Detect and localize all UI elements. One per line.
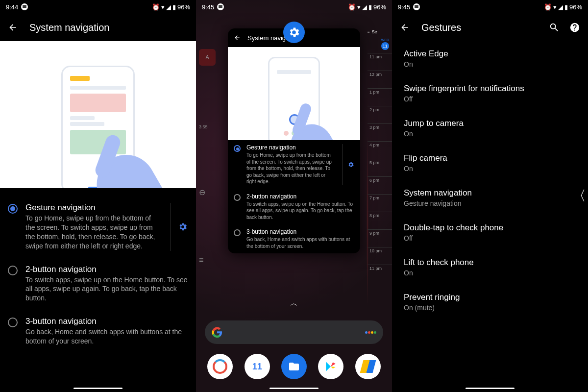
gesture-item-title: Active Edge [404, 49, 576, 59]
gestures-list: Active Edge OnSwipe fingerprint for noti… [392, 41, 588, 392]
gesture-item[interactable]: Double-tap to check phone Off [392, 215, 588, 250]
nav-option[interactable]: 3-button navigation Go back, Home and sw… [228, 224, 360, 253]
option-title: Gesture navigation [25, 203, 159, 213]
search-bar[interactable] [205, 320, 383, 344]
app-icon-calendar[interactable]: 11 [245, 354, 270, 379]
search-icon[interactable] [549, 22, 560, 33]
battery-percent: 96% [177, 3, 190, 11]
recents-prev-app-strip[interactable]: A 3:55 ⊖ ≡ [196, 44, 225, 270]
app-icon-play-store[interactable] [318, 354, 343, 379]
option-desc: To go Home, swipe up from the bottom of … [246, 152, 333, 185]
screen-recents-overview: 9:45 ⏰ ▾ ◢ ▮ 96% A 3:55 ⊖ ≡ ≡ Se WED 11 … [196, 0, 392, 392]
option-body: 3-button navigation Go back, Home and sw… [25, 317, 188, 346]
gesture-item-title: Flip camera [404, 153, 576, 163]
option-title: 2-button navigation [246, 193, 354, 200]
app-bar: System navigation [0, 14, 196, 41]
option-desc: Go back, Home and switch apps with butto… [25, 327, 188, 346]
radio-button[interactable] [234, 145, 241, 152]
gesture-item[interactable]: System navigation Gesture navigation [392, 180, 588, 215]
gesture-item[interactable]: Jump to camera On [392, 111, 588, 146]
calendar-hour: 3 pm [368, 123, 392, 141]
card-navigation-options: Gesture navigation To go Home, swipe up … [228, 140, 360, 253]
status-time: 9:45 [398, 3, 410, 11]
gesture-item-value: On [404, 269, 576, 277]
gesture-item-value: Off [404, 95, 576, 103]
alarm-icon: ⏰ [152, 3, 160, 11]
option-desc: To switch apps, swipe up on the Home but… [246, 201, 354, 221]
home-indicator[interactable] [74, 388, 122, 389]
calendar-day-badge: WED 11 [381, 38, 389, 50]
option-settings-button[interactable] [343, 144, 354, 185]
gesture-illustration [0, 41, 196, 188]
page-title: System navigation [29, 22, 109, 33]
calendar-hour: 8 pm [368, 212, 392, 229]
gesture-item[interactable]: Flip camera On [392, 146, 588, 180]
gesture-item-value: On [404, 130, 576, 138]
gesture-item-value: Gesture navigation [404, 199, 576, 207]
gesture-item-value: On [404, 165, 576, 172]
radio-button[interactable] [234, 229, 241, 236]
wifi-icon: ▾ [357, 3, 361, 11]
option-title: 3-button navigation [246, 228, 354, 235]
calendar-hours[interactable]: 11 am12 pm1 pm2 pm3 pm4 pm5 pm6 pm7 pm8 … [368, 53, 392, 282]
radio-button[interactable] [8, 318, 18, 327]
calendar-peek-header[interactable]: ≡ Se [368, 29, 392, 34]
status-bar: 9:45 ⏰ ▾ ◢ ▮ 96% [196, 0, 392, 14]
chevron-up-icon[interactable]: ︿ [290, 298, 298, 309]
recents-card-settings[interactable]: System navigation Gesture navigation To … [228, 28, 360, 253]
gesture-item[interactable]: Active Edge On [392, 41, 588, 76]
nav-option[interactable]: Gesture navigation To go Home, swipe up … [228, 140, 360, 189]
app-icon-adsense[interactable] [355, 354, 381, 379]
option-body: Gesture navigation To go Home, swipe up … [246, 144, 333, 185]
gesture-item-title: Lift to check phone [404, 258, 576, 268]
home-indicator[interactable] [466, 388, 514, 389]
back-arrow-icon[interactable] [400, 23, 410, 32]
gesture-item-title: Jump to camera [404, 119, 576, 128]
nav-option[interactable]: 2-button navigation To switch apps, swip… [228, 189, 360, 225]
option-body: 3-button navigation Go back, Home and sw… [246, 228, 354, 249]
side-back-caret[interactable]: 〈 [572, 187, 586, 205]
radio-button[interactable] [8, 204, 18, 214]
calendar-hour: 11 pm [368, 265, 392, 282]
favorites-row: 11 [196, 354, 392, 379]
signal-icon: ◢ [166, 3, 171, 11]
status-time: 9:45 [202, 3, 214, 11]
back-arrow-icon[interactable] [234, 34, 241, 41]
option-settings-button[interactable] [171, 203, 188, 251]
signal-icon: ◢ [362, 3, 367, 11]
alarm-icon: ⏰ [348, 3, 356, 11]
screen-gestures: 9:45 ⏰ ▾ ◢ ▮ 96% Gestures Active Edge On… [392, 0, 588, 392]
nav-option[interactable]: 2-button navigation To switch apps, swip… [0, 258, 196, 310]
gesture-item-value: On [404, 60, 576, 68]
navigation-options: Gesture navigation To go Home, swipe up … [0, 188, 196, 392]
app-icon-ccleaner[interactable] [207, 354, 233, 379]
back-arrow-icon[interactable] [8, 23, 18, 32]
gesture-item[interactable]: Prevent ringing On (mute) [392, 285, 588, 319]
option-title: Gesture navigation [246, 144, 333, 151]
spotify-icon [413, 3, 420, 10]
gesture-item[interactable]: Swipe fingerprint for notifications Off [392, 76, 588, 111]
app-icon-files[interactable] [281, 354, 307, 379]
option-body: Gesture navigation To go Home, swipe up … [25, 203, 159, 251]
nav-option[interactable]: 3-button navigation Go back, Home and sw… [0, 310, 196, 353]
settings-app-badge[interactable] [283, 22, 305, 43]
radio-button[interactable] [8, 266, 18, 275]
gesture-item[interactable]: Lift to check phone On [392, 250, 588, 285]
calendar-hour: 10 pm [368, 247, 392, 265]
hamburger-icon: ≡ [368, 30, 370, 34]
nav-option[interactable]: Gesture navigation To go Home, swipe up … [0, 196, 196, 258]
prev-app-thumb: A [199, 49, 216, 66]
spotify-icon [21, 3, 28, 10]
radio-button[interactable] [234, 194, 241, 201]
remove-icon: ⊖ [199, 188, 222, 197]
help-icon[interactable] [569, 22, 580, 33]
calendar-hour: 2 pm [368, 106, 392, 123]
calendar-hour: 4 pm [368, 141, 392, 159]
gear-icon [347, 161, 354, 168]
calendar-hour: 11 am [368, 53, 392, 71]
gesture-item-title: Double-tap to check phone [404, 223, 576, 233]
home-indicator[interactable] [270, 388, 318, 389]
option-desc: To go Home, swipe up from the bottom of … [25, 214, 159, 251]
gesture-item-title: System navigation [404, 188, 576, 198]
assistant-icon[interactable] [365, 331, 376, 334]
